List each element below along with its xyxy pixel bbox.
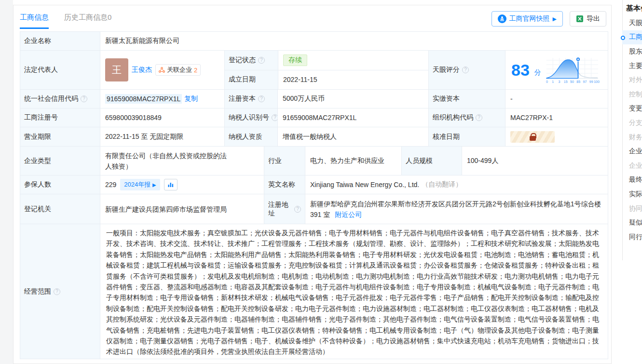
sidebar-item-actual-controller[interactable]: 实际控制人 (622, 187, 642, 202)
english-name-text: Xinjiang Taiwa New Energy Co., Ltd. (310, 181, 419, 189)
label-text: 核准日期 (433, 133, 460, 141)
official-snapshot-button[interactable]: 工商官网快照 ▶ (492, 11, 563, 27)
label-legal-rep: 法定代表人 (20, 51, 100, 89)
score-unit: 分 (534, 68, 541, 77)
locked-value[interactable] (510, 131, 555, 143)
value-company-type: 有限责任公司（非自然人投资或控股的法人独资） (100, 147, 264, 175)
value-reg-status: 存续 (278, 51, 428, 70)
help-icon[interactable]: ? (462, 67, 469, 73)
sidebar-item-label: 企业关系 (629, 162, 642, 170)
label-est-date: 成立日期 (225, 70, 278, 90)
value-legal-rep: 王 王俊杰 关联企业 2 (100, 51, 224, 89)
label-text: 登记状态 (229, 56, 256, 65)
sidebar-item-tianyan-risk[interactable]: 天眼风险 (622, 16, 642, 30)
table-row: 法定代表人 王 王俊杰 关联企业 2 登记状态 ? (20, 50, 608, 89)
table-row: 登记机关 新疆生产建设兵团第四师市场监督管理局 注册地址 ? 新疆伊犁哈萨克自治… (20, 194, 608, 224)
business-info-table: 企业名称 新疆太瓦新能源有限公司 法定代表人 王 王俊杰 关联企业 2 (20, 31, 608, 359)
sidebar-item-controlled-companies[interactable]: 控制企业 (622, 87, 642, 102)
help-icon[interactable]: ? (294, 206, 301, 213)
value-est-date: 2022-11-15 (278, 70, 428, 90)
score-distribution-chart: 0 1 3 15 50 85 97 99 100 (545, 55, 600, 84)
label-text: 营业期限 (24, 133, 51, 141)
help-icon[interactable]: ? (476, 114, 482, 121)
help-icon[interactable]: ? (81, 95, 87, 102)
sidebar-item-shareholders[interactable]: 股东信息 (622, 44, 642, 59)
sidebar-item-co-shareholders[interactable]: 协同股东 (622, 202, 642, 216)
annual-report-badge[interactable]: 2024年报 ▶ (120, 179, 160, 190)
value-company-name: 新疆太瓦新能源有限公司 (100, 32, 608, 50)
label-reg-no: 工商注册号 (20, 108, 100, 127)
status-badge: 存续 (283, 54, 307, 66)
help-icon[interactable]: ? (258, 95, 265, 102)
value-paid-capital: - (505, 90, 608, 108)
sidebar-item-label: 天眼风险 (629, 19, 642, 27)
sidebar-item-annual-report[interactable]: 企业年报 (622, 144, 642, 159)
reg-authority-text: 新疆生产建设兵团第四师市场监督管理局 (105, 204, 227, 215)
axis-tick: 1 (552, 80, 554, 83)
score-number: 83 (511, 62, 530, 78)
sidebar-item-label: 财务数据 (629, 133, 642, 142)
nearby-companies-link[interactable]: 附近公司 (335, 211, 362, 218)
sidebar-item-suspected-relations[interactable]: 疑似关系 (622, 216, 642, 230)
export-button[interactable]: 导出 (570, 11, 606, 27)
sidebar-header: 基本信息 (622, 0, 642, 16)
label-taxpayer-no: 纳税人识别号 ? (224, 108, 277, 127)
value-industry: 电力、热力生产和供应业 (305, 147, 401, 175)
sidebar-item-label: 主要人员 (629, 62, 642, 70)
help-icon[interactable]: ? (54, 288, 60, 295)
related-companies-label: 关联企业 (167, 66, 192, 74)
table-row: 统一社会信用代码 ? 91659008MAC27RPX1L 复制 注册资本 ? … (20, 89, 608, 108)
table-row: 企业名称 新疆太瓦新能源有限公司 (20, 32, 608, 50)
label-text: 法定代表人 (24, 66, 58, 74)
value-taxpayer-quality: 增值税一般纳税人 (277, 127, 428, 146)
tab-history-business-info[interactable]: 历史工商信息0 (64, 13, 111, 29)
axis-tick: 100 (594, 80, 600, 83)
status-date-subcolumn: 登记状态 ? 存续 成立日期 2022-11-15 (224, 51, 428, 89)
sidebar-item-key-personnel[interactable]: 主要人员 (622, 59, 642, 73)
label-text: 纳税人资质 (229, 133, 262, 141)
trend-chart-button[interactable] (164, 179, 178, 190)
label-org-code: 组织机构代码 ? (428, 108, 505, 127)
tab-business-info[interactable]: 工商信息 (20, 13, 49, 29)
label-tianyan-score: 天眼评分 ? (428, 51, 505, 89)
chevron-right-icon: ▶ (553, 16, 557, 22)
avatar[interactable]: 王 (105, 58, 128, 81)
value-reg-capital: 5000万人民币 (277, 90, 428, 108)
copy-button[interactable]: 复制 (184, 94, 198, 103)
axis-tick: 3 (558, 80, 560, 83)
axis-tick: 85 (576, 80, 580, 83)
sidebar-item-outbound-investment[interactable]: 对外投资 (622, 73, 642, 87)
table-row: 企业类型 有限责任公司（非自然人投资或控股的法人独资） 行业 电力、热力生产和供… (20, 146, 608, 175)
value-english-name: Xinjiang Taiwa New Energy Co., Ltd. （自动翻… (305, 175, 608, 194)
sidebar-item-label: 协同股东 (629, 204, 642, 213)
sidebar-item-company-relations[interactable]: 企业关系 (622, 159, 642, 173)
label-text: 登记机关 (24, 205, 51, 214)
related-companies-count: 2 (194, 67, 197, 74)
reg-no-text: 659800039018849 (105, 114, 162, 121)
label-english-name: 英文名称 (264, 175, 305, 194)
sidebar-item-financial-data[interactable]: 财务数据 (622, 130, 642, 145)
excel-icon (576, 15, 584, 23)
related-companies-badge[interactable]: 关联企业 2 (155, 64, 201, 76)
page-left-gutter (0, 0, 13, 364)
value-reg-address: 新疆伊犁哈萨克自治州霍尔果斯市经济开发区兵团分区开元路2号创新创业科技孵化基地1… (305, 194, 608, 224)
est-date-text: 2022-11-15 (283, 76, 317, 83)
label-taxpayer-quality: 纳税人资质 (224, 127, 277, 146)
lock-icon (530, 136, 536, 141)
sidebar-item-label: 最终受益人 (629, 175, 642, 184)
sidebar-item-ultimate-beneficiary[interactable]: 最终受益人 (622, 173, 642, 188)
annual-report-label: 2024年报 (124, 181, 150, 188)
sidebar-item-business-info[interactable]: 工商信息 (622, 30, 642, 45)
sidebar-item-branches[interactable]: 分支机构 (622, 116, 642, 130)
tab-bar: 工商信息 历史工商信息0 (20, 13, 111, 29)
value-business-scope: 一般项目：太阳能发电技术服务；真空镀膜加工；光伏设备及元器件销售；电子专用材料销… (100, 224, 608, 359)
value-business-term: 2022-11-15 至 无固定期限 (100, 127, 224, 146)
sidebar-item-peer-analysis[interactable]: 同行分析 (622, 230, 642, 244)
help-icon[interactable]: ? (258, 57, 265, 64)
sidebar-item-change-records[interactable]: 变更记录 (622, 102, 642, 116)
business-term-text: 2022-11-15 至 无固定期限 (105, 133, 183, 141)
label-text: 纳税人识别号 (229, 113, 269, 122)
legal-rep-link[interactable]: 王俊杰 (132, 66, 152, 74)
sidebar-item-label: 实际控制人 (629, 190, 642, 199)
label-text: 注册地址 (268, 201, 292, 218)
